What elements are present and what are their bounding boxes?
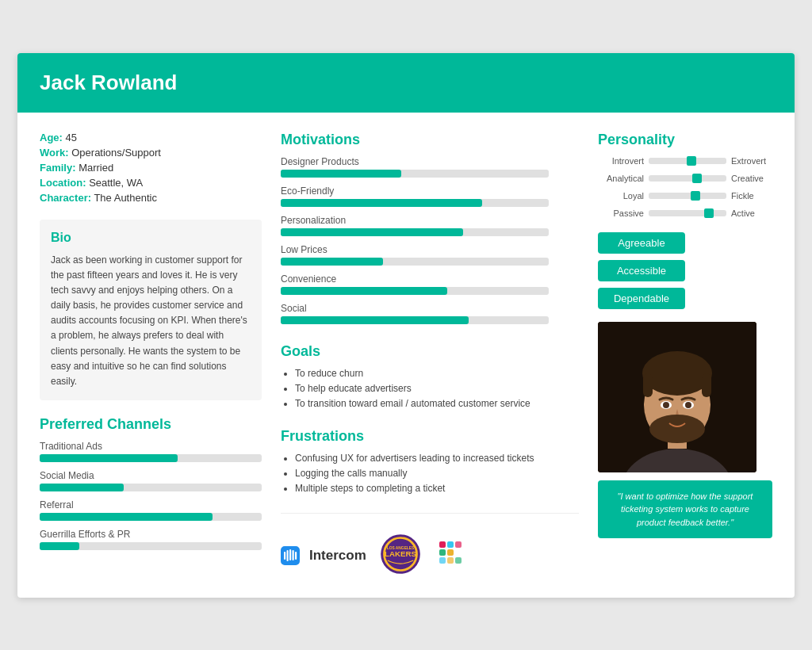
trait-label-right: Creative xyxy=(731,174,772,183)
profile-info: Age: 45 Work: Operations/Support Family:… xyxy=(40,132,262,204)
intercom-brand: Intercom xyxy=(281,546,366,565)
channel-bar-fill xyxy=(40,454,178,462)
personality-trait-row: Introvert Extrovert xyxy=(598,156,772,166)
list-item: Personalization xyxy=(281,215,579,236)
channel-label: Social Media xyxy=(40,470,262,481)
family-label: Family: xyxy=(40,162,76,174)
channel-bar-fill xyxy=(40,513,213,521)
quote-box: "I want to optimize how the support tick… xyxy=(598,480,772,539)
trait-badges: AgreeableAccessibleDependable xyxy=(598,232,772,309)
svg-rect-11 xyxy=(439,549,446,556)
family-line: Family: Married xyxy=(40,162,262,174)
svg-rect-3 xyxy=(293,550,294,560)
channel-bar-track xyxy=(40,454,262,462)
svg-rect-14 xyxy=(439,557,446,564)
svg-rect-1 xyxy=(287,550,289,561)
avatar xyxy=(598,322,756,472)
trait-badge: Agreeable xyxy=(598,232,685,254)
motivation-bar-track xyxy=(281,258,549,266)
motivation-label: Convenience xyxy=(281,273,579,285)
age-line: Age: 45 xyxy=(40,132,262,143)
motivation-bar-fill xyxy=(281,316,469,324)
quote-text: "I want to optimize how the support tick… xyxy=(609,490,761,530)
goals-section: Goals To reduce churnTo help educate adv… xyxy=(281,343,579,409)
channel-bar-track xyxy=(40,484,262,491)
svg-point-27 xyxy=(663,402,669,408)
personality-section: Personality Introvert Extrovert Analytic… xyxy=(598,132,772,218)
list-item: Eco-Friendly xyxy=(281,185,579,207)
persona-name: Jack Rowland xyxy=(40,71,772,95)
svg-rect-9 xyxy=(439,541,446,548)
svg-rect-4 xyxy=(295,552,297,560)
motivation-bar-fill xyxy=(281,170,401,178)
slack-brand xyxy=(435,537,469,575)
trait-label-right: Extrovert xyxy=(731,156,772,166)
motivation-bar-track xyxy=(281,316,549,324)
motivations-section: Motivations Designer Products Eco-Friend… xyxy=(281,132,579,324)
work-label: Work: xyxy=(40,147,69,159)
motivation-label: Low Prices xyxy=(281,244,579,255)
bio-text: Jack as been working in customer support… xyxy=(51,253,251,390)
motivation-bar-fill xyxy=(281,258,383,266)
personality-trait-row: Passive Active xyxy=(598,208,772,218)
motivation-bar-fill xyxy=(281,228,463,236)
list-item: Guerrilla Efforts & PR xyxy=(40,529,262,550)
svg-point-28 xyxy=(685,402,691,408)
svg-rect-0 xyxy=(284,552,285,560)
channels-section: Preferred Channels Traditional Ads Socia… xyxy=(40,416,262,550)
trait-label-left: Passive xyxy=(598,208,644,218)
channel-bar-track xyxy=(40,513,262,521)
lakers-brand: LOS ANGELES LAKERS xyxy=(379,533,422,579)
trait-marker xyxy=(704,208,714,218)
channel-label: Traditional Ads xyxy=(40,441,262,452)
svg-rect-12 xyxy=(447,549,454,556)
list-item: To transition toward email / automated c… xyxy=(295,398,579,409)
trait-track xyxy=(649,158,726,164)
svg-rect-13 xyxy=(455,541,462,548)
location-value: Seattle, WA xyxy=(89,177,143,189)
motivations-title: Motivations xyxy=(281,132,579,148)
list-item: Convenience xyxy=(281,273,579,295)
trait-label-right: Active xyxy=(731,208,772,218)
list-item: Traditional Ads xyxy=(40,441,262,462)
svg-text:LAKERS: LAKERS xyxy=(385,549,416,558)
body: Age: 45 Work: Operations/Support Family:… xyxy=(17,113,795,598)
list-item: Logging the calls manually xyxy=(295,468,579,479)
trait-label-left: Analytical xyxy=(598,174,644,183)
avatar-image xyxy=(598,322,756,472)
trait-track xyxy=(649,175,726,182)
trait-track xyxy=(649,210,726,216)
trait-label-left: Introvert xyxy=(598,156,644,166)
lakers-logo-icon: LOS ANGELES LAKERS xyxy=(379,533,422,575)
motivation-label: Eco-Friendly xyxy=(281,185,579,197)
location-line: Location: Seattle, WA xyxy=(40,177,262,189)
location-label: Location: xyxy=(40,177,86,189)
header: Jack Rowland xyxy=(17,53,795,113)
motivation-bar-track xyxy=(281,199,549,207)
list-item: Referral xyxy=(40,499,262,521)
trait-marker xyxy=(692,174,702,183)
channel-bar-fill xyxy=(40,542,79,550)
brands-row: Intercom LOS ANGELES LAKERS xyxy=(281,533,579,579)
channels-title: Preferred Channels xyxy=(40,416,262,433)
motivation-bar-track xyxy=(281,287,549,295)
character-line: Character: The Authentic xyxy=(40,192,262,204)
svg-rect-2 xyxy=(289,549,291,560)
intercom-logo-icon xyxy=(281,546,300,565)
goals-list: To reduce churnTo help educate advertise… xyxy=(281,368,579,409)
motivation-bar-track xyxy=(281,228,549,236)
channel-bar-track xyxy=(40,542,262,550)
trait-badge: Dependable xyxy=(598,288,685,309)
list-item: Social xyxy=(281,303,579,324)
frustrations-list: Confusing UX for advertisers leading to … xyxy=(281,453,579,494)
svg-point-22 xyxy=(642,351,712,396)
trait-track xyxy=(649,193,726,199)
personality-title: Personality xyxy=(598,132,772,148)
character-value: The Authentic xyxy=(94,192,157,204)
trait-label-right: Fickle xyxy=(731,191,772,201)
middle-column: Motivations Designer Products Eco-Friend… xyxy=(281,132,579,579)
channel-label: Referral xyxy=(40,499,262,510)
motivation-bar-track xyxy=(281,170,549,178)
character-label: Character: xyxy=(40,192,91,204)
svg-point-29 xyxy=(649,415,705,443)
